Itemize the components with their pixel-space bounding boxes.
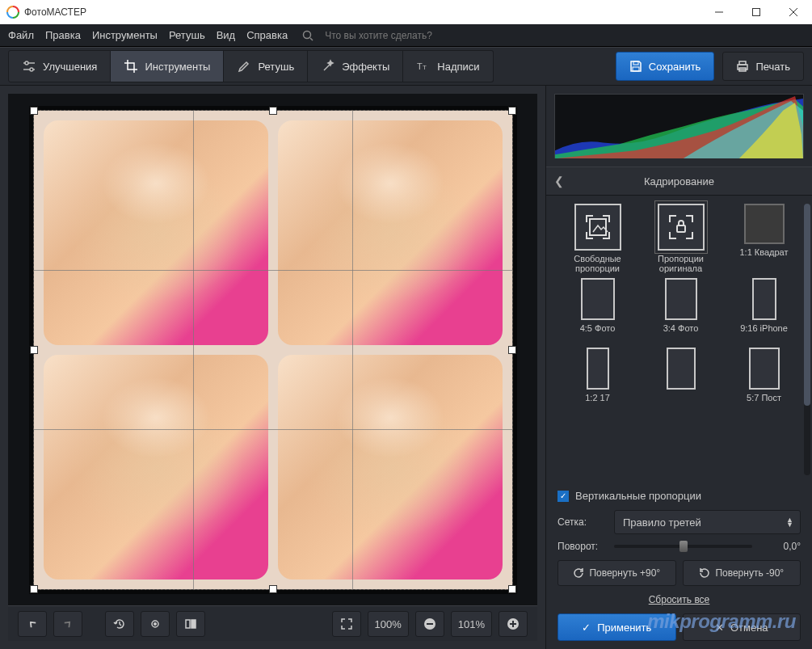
menu-retouch[interactable]: Ретушь xyxy=(169,29,205,41)
text-icon: TT xyxy=(416,59,431,74)
collage-photo xyxy=(44,120,268,345)
preset-label: 1:1 Квадрат xyxy=(739,247,788,267)
zoom-out-button[interactable] xyxy=(415,611,444,637)
rotation-label: Поворот: xyxy=(557,541,606,552)
canvas[interactable] xyxy=(8,94,537,605)
zoom-value[interactable]: 101% xyxy=(451,611,492,637)
preset-label: Пропорции оригинала xyxy=(641,254,721,273)
rotate-ccw-button[interactable]: Повернуть -90° xyxy=(683,560,801,586)
side-panel: ❮ Кадрирование Свободные пропорции Пропо… xyxy=(545,86,812,649)
preset-1-2[interactable]: 1:2 17 xyxy=(557,348,637,412)
menubar: Файл Правка Инструменты Ретушь Вид Справ… xyxy=(0,24,812,47)
preset-3-4[interactable]: 3:4 Фото xyxy=(641,278,721,343)
preset-label: 3:4 Фото xyxy=(663,323,699,343)
scrollbar[interactable] xyxy=(804,204,810,475)
crop-handle[interactable] xyxy=(30,107,38,115)
vertical-proportions-checkbox[interactable]: ✓ Вертикальные пропорции xyxy=(557,490,801,502)
crop-handle[interactable] xyxy=(30,585,38,593)
scrollbar-thumb[interactable] xyxy=(804,204,810,406)
rotate-cw-button[interactable]: Повернуть +90° xyxy=(557,560,676,586)
tab-text[interactable]: TT Надписи xyxy=(403,50,493,82)
save-icon xyxy=(629,60,642,73)
window-minimize-button[interactable] xyxy=(701,0,738,24)
tab-retouch[interactable]: Ретушь xyxy=(224,50,308,82)
rotation-value: 0,0° xyxy=(760,541,801,552)
checkbox-label: Вертикальные пропорции xyxy=(575,490,701,502)
svg-text:T: T xyxy=(423,64,427,71)
histogram xyxy=(554,94,804,158)
preset-item[interactable] xyxy=(641,348,721,412)
preset-9-16[interactable]: 9:16 iPhone xyxy=(724,278,804,343)
preset-original[interactable]: Пропорции оригинала xyxy=(641,204,721,273)
svg-point-20 xyxy=(154,622,157,626)
menu-edit[interactable]: Правка xyxy=(45,29,81,41)
crop-handle[interactable] xyxy=(269,107,277,115)
svg-rect-2 xyxy=(753,9,760,16)
crop-handle[interactable] xyxy=(508,107,516,115)
brush-icon xyxy=(237,59,251,74)
fit-screen-button[interactable] xyxy=(332,611,361,637)
preset-5-7[interactable]: 5:7 Пост xyxy=(724,348,804,412)
crop-handle[interactable] xyxy=(30,346,38,354)
svg-rect-29 xyxy=(677,225,685,232)
tab-effects[interactable]: Эффекты xyxy=(308,50,403,82)
print-button[interactable]: Печать xyxy=(722,52,804,81)
print-icon xyxy=(736,60,749,73)
close-icon: ✕ xyxy=(715,622,724,634)
menu-file[interactable]: Файл xyxy=(8,29,34,41)
svg-rect-22 xyxy=(191,620,196,628)
rotate-ccw-label: Повернуть -90° xyxy=(715,567,784,579)
image-preview[interactable] xyxy=(33,110,513,590)
zoom-in-button[interactable] xyxy=(499,611,528,637)
menu-view[interactable]: Вид xyxy=(217,29,236,41)
chevron-updown-icon: ▲▼ xyxy=(786,517,793,527)
grid-label: Сетка: xyxy=(557,516,606,528)
history-button[interactable] xyxy=(105,611,134,637)
window-close-button[interactable] xyxy=(775,0,812,24)
save-label: Сохранить xyxy=(649,61,701,73)
back-button[interactable]: ❮ xyxy=(554,175,564,188)
titlebar: ФотоМАСТЕР xyxy=(0,0,812,24)
save-button[interactable]: Сохранить xyxy=(616,52,715,81)
preset-1-1[interactable]: 1:1 Квадрат xyxy=(724,204,804,273)
redo-button[interactable] xyxy=(53,611,82,637)
reset-all-link[interactable]: Сбросить все xyxy=(557,594,801,605)
apply-button[interactable]: ✓ Применить xyxy=(557,613,676,641)
preset-label: Свободные пропорции xyxy=(557,254,637,273)
preset-label: 5:7 Пост xyxy=(747,393,781,412)
panel-header: ❮ Кадрирование xyxy=(546,166,812,196)
tab-label: Улучшения xyxy=(43,61,97,73)
svg-point-5 xyxy=(304,31,311,38)
app-title: ФотоМАСТЕР xyxy=(24,6,701,18)
app-logo-icon xyxy=(6,6,19,19)
sliders-icon xyxy=(22,59,36,74)
preset-free[interactable]: Свободные пропорции xyxy=(557,204,637,273)
cancel-button[interactable]: ✕ Отмена xyxy=(683,613,801,641)
rotate-cw-label: Повернуть +90° xyxy=(589,567,660,579)
flip-button[interactable] xyxy=(176,611,205,637)
window-maximize-button[interactable] xyxy=(738,0,775,24)
preset-label: 4:5 Фото xyxy=(580,323,616,343)
rotation-slider[interactable] xyxy=(614,545,752,548)
apply-label: Применить xyxy=(597,622,651,634)
preset-4-5[interactable]: 4:5 Фото xyxy=(557,278,637,343)
search-input[interactable]: Что вы хотите сделать? xyxy=(325,30,432,41)
tab-enhance[interactable]: Улучшения xyxy=(8,50,111,82)
preset-label: 9:16 iPhone xyxy=(740,323,788,343)
menu-tools[interactable]: Инструменты xyxy=(92,29,158,41)
zoom-fit-value[interactable]: 100% xyxy=(368,611,409,637)
rotate-cw-icon xyxy=(573,567,584,579)
undo-button[interactable] xyxy=(18,611,47,637)
crop-handle[interactable] xyxy=(508,346,516,354)
tab-tools[interactable]: Инструменты xyxy=(111,50,224,82)
compare-button[interactable] xyxy=(141,611,170,637)
preset-label: 1:2 17 xyxy=(585,393,610,412)
crop-handle[interactable] xyxy=(508,585,516,593)
toolbar: Улучшения Инструменты Ретушь Эффекты TT … xyxy=(0,47,812,86)
crop-handle[interactable] xyxy=(269,585,277,593)
menu-help[interactable]: Справка xyxy=(246,29,288,41)
slider-thumb[interactable] xyxy=(679,541,688,552)
grid-dropdown[interactable]: Правило третей ▲▼ xyxy=(614,510,801,534)
dropdown-value: Правило третей xyxy=(623,516,701,529)
collage-photo xyxy=(278,120,503,345)
